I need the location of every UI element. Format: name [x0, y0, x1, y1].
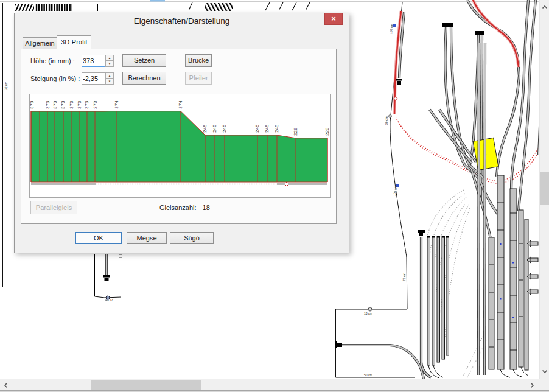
scroll-down-arrow-icon[interactable]	[540, 366, 549, 376]
height-label: 245	[254, 124, 260, 133]
height-label: 373	[52, 100, 58, 109]
height-label: 373	[69, 100, 74, 109]
height-label: 373	[84, 100, 89, 109]
height-label: 229	[324, 127, 330, 136]
hoehe-label: Höhe (in mm) :	[30, 57, 75, 65]
dim-label-32cm: 32 cm	[4, 82, 8, 90]
pfeiler-button[interactable]: Pfeiler	[185, 72, 212, 85]
steigung-spinner[interactable]: ▲ ▼	[105, 72, 114, 85]
close-button[interactable]: ×	[324, 13, 343, 25]
cancel-button[interactable]: Mégse	[127, 232, 167, 244]
vertical-scroll-thumb[interactable]	[540, 172, 549, 205]
dim-label-100cm: 100 cm	[389, 24, 393, 34]
height-label: 373	[60, 100, 66, 109]
tab-allgemein[interactable]: Allgemein	[23, 37, 57, 49]
tab-page-3d-profil: Höhe (in mm) : ▲ ▼ Setzen Brücke Steigun…	[21, 49, 337, 224]
hoehe-input[interactable]	[82, 55, 106, 67]
close-icon: ×	[331, 14, 336, 23]
gleisanzahl-row: Gleisanzahl:18	[159, 204, 216, 211]
dim-label-13cm: 13 cm	[364, 312, 372, 315]
horizontal-scroll-thumb[interactable]	[91, 380, 201, 390]
dim-label-50cm: 50 cm	[364, 373, 372, 377]
app-window: { "dialog": { "title": "Eigenschaften/Da…	[0, 0, 549, 392]
loop-track-below-dialog: 21 cm	[95, 254, 123, 302]
ok-button[interactable]: OK	[75, 232, 122, 244]
gleisanzahl-label: Gleisanzahl:	[159, 204, 197, 211]
turnout-ladder	[430, 110, 498, 239]
scrollbar-corner	[539, 379, 549, 390]
setzen-button[interactable]: Setzen	[122, 54, 166, 67]
profile-chart-svg: 3733733733733733733733733743742452452452…	[30, 94, 330, 197]
platform-strips	[489, 175, 528, 370]
height-label: 374	[114, 100, 119, 109]
horizontal-scrollbar[interactable]	[0, 379, 539, 390]
berechnen-button[interactable]: Berechnen	[122, 72, 166, 85]
steigung-label: Steigung (in %) :	[30, 75, 80, 82]
height-label: 373	[77, 100, 82, 109]
dialog-title: Eigenschaften/Darstellung	[15, 16, 349, 26]
height-label: 229	[293, 127, 298, 136]
spin-down-icon[interactable]: ▼	[106, 79, 113, 84]
gleisanzahl-value: 18	[203, 204, 210, 211]
dim-label-30cm: 30 cm	[385, 116, 388, 125]
hatched-track-bundle	[15, 2, 310, 11]
steigung-input[interactable]	[82, 72, 106, 85]
profile-chart[interactable]: 3733733733733733733733733743742452452452…	[29, 94, 331, 198]
height-label: 245	[202, 124, 208, 133]
height-label: 373	[45, 100, 51, 109]
scroll-right-arrow-icon[interactable]	[527, 380, 537, 390]
track-end-bumpers-right	[527, 240, 538, 295]
dim-label-76cm: 76 cm	[402, 273, 406, 281]
siding-stubs	[418, 230, 449, 378]
height-label: 373	[30, 100, 35, 109]
height-label: 245	[264, 124, 270, 133]
height-label: 245	[274, 124, 279, 133]
dim-label-21cm: 21 cm	[105, 298, 113, 302]
height-label: 373	[93, 100, 98, 109]
spin-down-icon[interactable]: ▼	[106, 61, 113, 66]
scroll-left-arrow-icon[interactable]	[1, 380, 11, 390]
scroll-up-arrow-icon[interactable]	[540, 2, 549, 12]
height-label: 374	[178, 100, 183, 109]
vertical-scrollbar[interactable]	[539, 0, 549, 379]
profile-marker-diamond[interactable]	[285, 182, 289, 186]
plan-left-border: 32 cm	[3, 3, 9, 287]
spin-up-icon[interactable]: ▲	[106, 55, 113, 61]
help-button[interactable]: Súgó	[170, 232, 214, 244]
height-label: 245	[212, 124, 217, 133]
bruecke-button[interactable]: Brücke	[185, 54, 212, 67]
spin-up-icon[interactable]: ▲	[106, 73, 113, 79]
hoehe-spinner[interactable]: ▲ ▼	[105, 55, 114, 67]
height-label: 245	[222, 124, 227, 133]
tab-3d-profil[interactable]: 3D-Profil	[57, 35, 91, 50]
properties-dialog: Eigenschaften/Darstellung × Allgemein 3D…	[14, 13, 349, 253]
profile-area	[31, 111, 327, 182]
toolbar-remnant	[150, 0, 165, 2]
bottom-siding: 50 cm	[335, 341, 424, 379]
parallelgleis-button[interactable]: Parallelgleis	[30, 201, 77, 214]
